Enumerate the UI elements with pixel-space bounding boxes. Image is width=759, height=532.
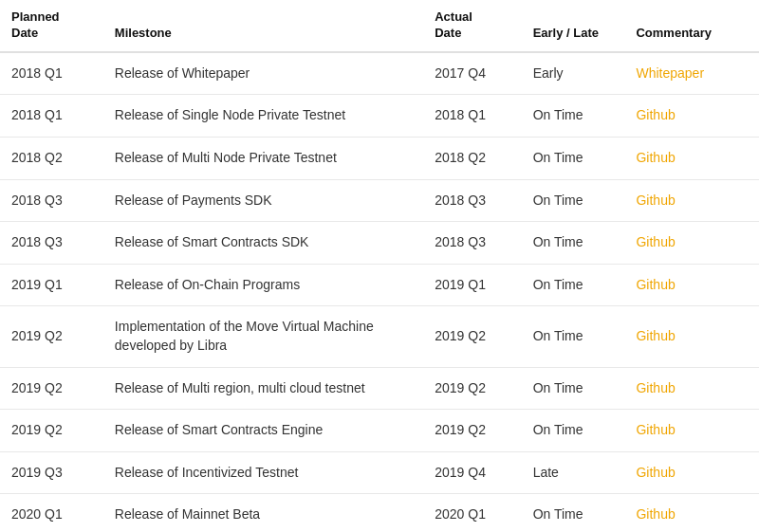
commentary-link[interactable]: Github [636, 506, 675, 522]
col-header-milestone: Milestone [103, 0, 423, 52]
cell-actual: 2017 Q4 [423, 52, 521, 95]
cell-actual: 2019 Q4 [423, 451, 521, 494]
cell-earlylate: On Time [522, 306, 625, 367]
cell-commentary[interactable]: Github [624, 410, 759, 452]
table-row: 2018 Q1Release of Whitepaper2017 Q4Early… [0, 52, 759, 95]
cell-commentary[interactable]: Github [624, 179, 759, 222]
table-header-row: PlannedDate Milestone ActualDate Early /… [0, 0, 759, 52]
cell-milestone: Release of On-Chain Programs [103, 264, 423, 306]
table-row: 2018 Q3Release of Smart Contracts SDK201… [0, 222, 759, 265]
table-row: 2019 Q1Release of On-Chain Programs2019 … [0, 264, 759, 306]
cell-milestone: Release of Smart Contracts SDK [103, 222, 423, 265]
cell-milestone: Release of Multi region, multi cloud tes… [103, 367, 423, 410]
cell-planned: 2018 Q3 [0, 179, 103, 222]
cell-planned: 2019 Q2 [0, 306, 103, 367]
milestone-table-container: PlannedDate Milestone ActualDate Early /… [0, 0, 759, 532]
commentary-link[interactable]: Github [636, 150, 675, 165]
commentary-link[interactable]: Github [636, 193, 675, 208]
col-header-planned: PlannedDate [0, 0, 103, 52]
cell-planned: 2018 Q3 [0, 222, 103, 265]
cell-earlylate: Late [522, 451, 625, 494]
cell-commentary[interactable]: Github [624, 222, 759, 265]
cell-actual: 2019 Q1 [423, 264, 521, 306]
cell-planned: 2019 Q2 [0, 410, 103, 452]
cell-commentary[interactable]: Github [624, 494, 759, 532]
table-row: 2018 Q3Release of Payments SDK2018 Q3On … [0, 179, 759, 222]
cell-milestone: Implementation of the Move Virtual Machi… [103, 306, 423, 367]
cell-earlylate: On Time [522, 137, 625, 179]
cell-planned: 2018 Q1 [0, 52, 103, 95]
commentary-link[interactable]: Github [636, 465, 675, 480]
commentary-link[interactable]: Github [636, 422, 675, 437]
cell-planned: 2020 Q1 [0, 494, 103, 532]
cell-actual: 2019 Q2 [423, 410, 521, 452]
cell-commentary[interactable]: Github [624, 306, 759, 367]
cell-milestone: Release of Payments SDK [103, 179, 423, 222]
cell-milestone: Release of Single Node Private Testnet [103, 95, 423, 138]
cell-earlylate: Early [522, 52, 625, 95]
cell-milestone: Release of Smart Contracts Engine [103, 410, 423, 452]
col-header-commentary: Commentary [624, 0, 759, 52]
cell-actual: 2018 Q2 [423, 137, 521, 179]
cell-commentary[interactable]: Github [624, 451, 759, 494]
table-row: 2019 Q2Implementation of the Move Virtua… [0, 306, 759, 367]
cell-commentary[interactable]: Github [624, 367, 759, 410]
table-row: 2019 Q2Release of Smart Contracts Engine… [0, 410, 759, 452]
cell-earlylate: On Time [522, 494, 625, 532]
cell-actual: 2018 Q3 [423, 222, 521, 265]
commentary-link[interactable]: Github [636, 107, 675, 122]
cell-milestone: Release of Mainnet Beta [103, 494, 423, 532]
cell-actual: 2019 Q2 [423, 367, 521, 410]
table-row: 2019 Q3Release of Incentivized Testnet20… [0, 451, 759, 494]
milestone-table: PlannedDate Milestone ActualDate Early /… [0, 0, 759, 532]
cell-commentary[interactable]: Github [624, 137, 759, 179]
cell-milestone: Release of Whitepaper [103, 52, 423, 95]
commentary-link[interactable]: Github [636, 328, 675, 343]
cell-actual: 2018 Q3 [423, 179, 521, 222]
cell-planned: 2018 Q2 [0, 137, 103, 179]
cell-actual: 2019 Q2 [423, 306, 521, 367]
cell-milestone: Release of Multi Node Private Testnet [103, 137, 423, 179]
cell-commentary[interactable]: Whitepaper [624, 52, 759, 95]
table-row: 2020 Q1Release of Mainnet Beta2020 Q1On … [0, 494, 759, 532]
cell-earlylate: On Time [522, 95, 625, 138]
commentary-link[interactable]: Whitepaper [636, 65, 704, 81]
table-row: 2018 Q1Release of Single Node Private Te… [0, 95, 759, 138]
table-row: 2019 Q2Release of Multi region, multi cl… [0, 367, 759, 410]
cell-commentary[interactable]: Github [624, 264, 759, 306]
cell-milestone: Release of Incentivized Testnet [103, 451, 423, 494]
col-header-actual: ActualDate [423, 0, 521, 52]
cell-actual: 2020 Q1 [423, 494, 521, 532]
commentary-link[interactable]: Github [636, 277, 675, 292]
col-header-earlylate: Early / Late [522, 0, 625, 52]
commentary-link[interactable]: Github [636, 234, 675, 249]
cell-planned: 2019 Q2 [0, 367, 103, 410]
cell-earlylate: On Time [522, 367, 625, 410]
cell-earlylate: On Time [522, 410, 625, 452]
cell-earlylate: On Time [522, 222, 625, 265]
table-row: 2018 Q2Release of Multi Node Private Tes… [0, 137, 759, 179]
cell-commentary[interactable]: Github [624, 95, 759, 138]
cell-planned: 2019 Q1 [0, 264, 103, 306]
cell-planned: 2019 Q3 [0, 451, 103, 494]
cell-earlylate: On Time [522, 264, 625, 306]
cell-planned: 2018 Q1 [0, 95, 103, 138]
commentary-link[interactable]: Github [636, 380, 675, 395]
cell-earlylate: On Time [522, 179, 625, 222]
cell-actual: 2018 Q1 [423, 95, 521, 138]
